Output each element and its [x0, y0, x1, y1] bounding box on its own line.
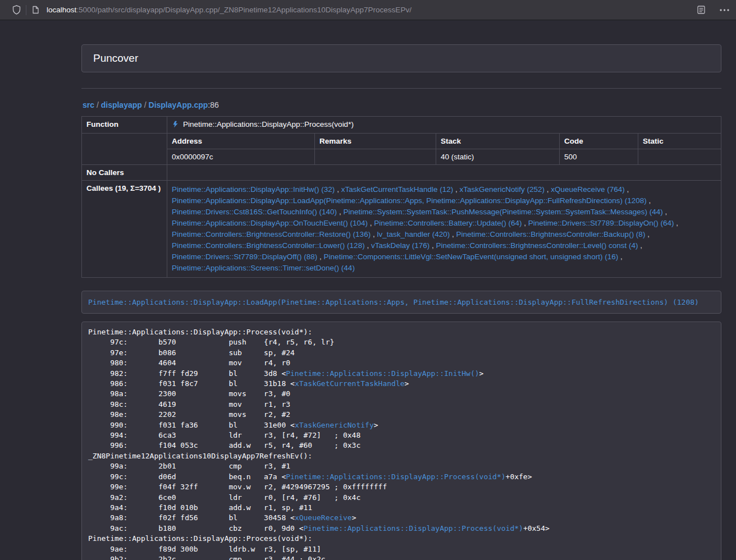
disassembly-symbol-link[interactable]: xTaskGetCurrentTaskHandle [295, 379, 405, 388]
callee-separator: , [335, 185, 341, 194]
stats-header-static: Static [638, 134, 721, 149]
breadcrumb: src / displayapp / DisplayApp.cpp:86 [83, 100, 721, 109]
stats-header-code: Code [560, 134, 638, 149]
stats-value-code: 500 [560, 149, 638, 165]
disassembly-symbol-link[interactable]: Pinetime::Applications::DisplayApp::Proc… [304, 524, 523, 533]
divider [81, 88, 721, 89]
breadcrumb-separator: / [142, 100, 149, 109]
callee-link[interactable]: Pinetime::Applications::Screens::Timer::… [172, 264, 355, 272]
callee-link[interactable]: Pinetime::Components::LittleVgl::SetNewT… [324, 253, 619, 261]
callee-link[interactable]: Pinetime::Controllers::BrightnessControl… [456, 230, 646, 238]
callees-cell: Pinetime::Applications::DisplayApp::Init… [167, 181, 721, 278]
callee-link[interactable]: Pinetime::Applications::DisplayApp::OnTo… [172, 219, 368, 227]
disassembly-text: _ZN8Pinetime12Applications10DisplayApp7R… [88, 452, 312, 460]
no-callers-row: No Callers [82, 165, 721, 181]
callee-link[interactable]: xQueueReceive (764) [551, 185, 624, 194]
page-content: Puncover src / displayapp / DisplayApp.c… [81, 20, 721, 560]
breadcrumb-link-displayapp[interactable]: displayapp [101, 100, 142, 109]
flash-icon [172, 121, 179, 130]
disassembly-symbol-link[interactable]: xTaskGenericNotify [295, 421, 374, 429]
callee-separator: , [663, 208, 668, 216]
disassembly-text: 99a: 2b01 cmp r3, #1 [88, 462, 290, 470]
stats-value-address: 0x0000097c [167, 149, 315, 165]
disassembly-text: 97e: b086 sub sp, #24 [88, 348, 295, 357]
highlighted-callee-panel: Pinetime::Applications::DisplayApp::Load… [81, 291, 721, 314]
callee-separator: , [638, 241, 643, 250]
callee-link[interactable]: vTaskDelay (176) [371, 241, 429, 250]
callee-link[interactable]: Pinetime::Controllers::Battery::Update()… [374, 219, 522, 227]
address-bar[interactable]: localhost:5000/path/src/displayapp/Displ… [47, 6, 412, 14]
callee-separator: , [453, 185, 459, 194]
stats-row-label [82, 134, 167, 165]
callee-link[interactable]: Pinetime::Drivers::St7789::DisplayOn() (… [528, 219, 674, 227]
callee-link[interactable]: xTaskGenericNotify (252) [460, 185, 545, 194]
callee-separator: , [645, 230, 650, 238]
url-host: localhost [47, 6, 76, 14]
disassembly-text: 990: f031 fa36 bl 31e00 < [88, 421, 295, 429]
disassembly-text: 9a2: 6ce0 ldr r0, [r4, #76] ; 0x4c [88, 493, 360, 502]
callee-link[interactable]: Pinetime::Drivers::Cst816S::GetTouchInfo… [172, 208, 337, 216]
callee-separator: , [618, 253, 623, 261]
disassembly-symbol-link[interactable]: Pinetime::Applications::DisplayApp::Proc… [286, 472, 505, 481]
reader-mode-icon[interactable] [697, 6, 705, 14]
disassembly-text: > [405, 379, 409, 388]
callee-link[interactable]: Pinetime::System::SystemTask::PushMessag… [343, 208, 662, 216]
callee-separator: , [625, 185, 629, 194]
breadcrumb-link-src[interactable]: src [83, 100, 94, 109]
disassembly-text: > [374, 421, 378, 429]
disassembly-text: 98c: 4619 mov r1, r3 [88, 400, 290, 408]
highlighted-callee-link[interactable]: Pinetime::Applications::DisplayApp::Load… [88, 298, 699, 306]
disassembly-text: 98e: 2202 movs r2, #2 [88, 410, 290, 419]
disassembly-text: +0x54> [523, 524, 550, 533]
callee-link[interactable]: Pinetime::Applications::DisplayApp::Init… [172, 185, 335, 194]
callee-link[interactable]: xTaskGetCurrentTaskHandle (12) [341, 185, 454, 194]
disassembly-text: 982: f7ff fd29 bl 3d8 < [88, 369, 286, 378]
shield-icon[interactable] [12, 5, 21, 15]
disassembly-text: 986: f031 f8c7 bl 31b18 < [88, 379, 295, 388]
disassembly-symbol-link[interactable]: Pinetime::Applications::DisplayApp::Init… [286, 369, 479, 378]
callee-separator: , [371, 230, 377, 238]
disassembly-pre: Pinetime::Applications::DisplayApp::Proc… [81, 322, 721, 560]
breadcrumb-link-file[interactable]: DisplayApp.cpp [149, 100, 208, 109]
disassembly-text: 9a4: f10d 010b add.w r1, sp, #11 [88, 503, 312, 512]
disassembly-text: > [479, 369, 484, 378]
function-name: Pinetime::Applications::DisplayApp::Proc… [183, 120, 354, 128]
callee-link[interactable]: Pinetime::Drivers::St7789::DisplayOff() … [172, 253, 317, 261]
disassembly-text: > [352, 513, 356, 522]
url-path: :5000/path/src/displayapp/DisplayApp.cpp… [76, 6, 412, 14]
callees-label: Callees (19, Σ=3704 ) [82, 181, 167, 278]
callee-link[interactable]: Pinetime::Controllers::BrightnessControl… [436, 241, 638, 250]
disassembly-text: +0xfe> [506, 472, 532, 481]
callee-separator: , [317, 253, 323, 261]
stats-header-stack: Stack [436, 134, 560, 149]
callee-separator: , [674, 219, 678, 227]
disassembly-text: 9ac: b180 cbz r0, 9d0 < [88, 524, 304, 533]
stats-value-stack: 40 (static) [436, 149, 560, 165]
disassembly-text: 980: 4604 mov r4, r0 [88, 359, 290, 367]
stats-value-remarks [315, 149, 436, 165]
page-icon[interactable] [32, 6, 39, 14]
stats-value-static [638, 149, 721, 165]
disassembly-text: 99c: d06d beq.n a7a < [88, 472, 286, 481]
function-row-label: Function [82, 117, 167, 134]
callee-link[interactable]: lv_task_handler (420) [377, 230, 450, 238]
callee-link[interactable]: Pinetime::Controllers::BrightnessControl… [172, 230, 371, 238]
no-callers-cell [167, 165, 721, 181]
stats-value-row: 0x0000097c 40 (static) 500 [82, 149, 721, 165]
breadcrumb-separator: / [94, 100, 101, 109]
callee-link[interactable]: Pinetime::Controllers::BrightnessControl… [172, 241, 365, 250]
disassembly-text: 994: 6ca3 ldr r3, [r4, #72] ; 0x48 [88, 431, 360, 439]
toolbar-divider [26, 5, 26, 15]
no-callers-label: No Callers [82, 165, 167, 181]
disassembly-text: Pinetime::Applications::DisplayApp::Proc… [88, 328, 312, 336]
callee-link[interactable]: Pinetime::Applications::DisplayApp::Load… [172, 196, 647, 205]
callee-separator: , [522, 219, 528, 227]
disassembly-text: 98a: 2300 movs r3, #0 [88, 389, 290, 398]
page-title: Puncover [93, 52, 138, 64]
disassembly-symbol-link[interactable]: xQueueReceive [295, 513, 352, 522]
callee-separator: , [429, 241, 436, 250]
stats-header-remarks: Remarks [315, 134, 436, 149]
function-row: Function Pinetime::Applications::Display… [82, 117, 721, 134]
menu-dots-icon[interactable] [720, 9, 729, 11]
disassembly-text: 9a8: f02f fd56 bl 30458 < [88, 513, 295, 522]
